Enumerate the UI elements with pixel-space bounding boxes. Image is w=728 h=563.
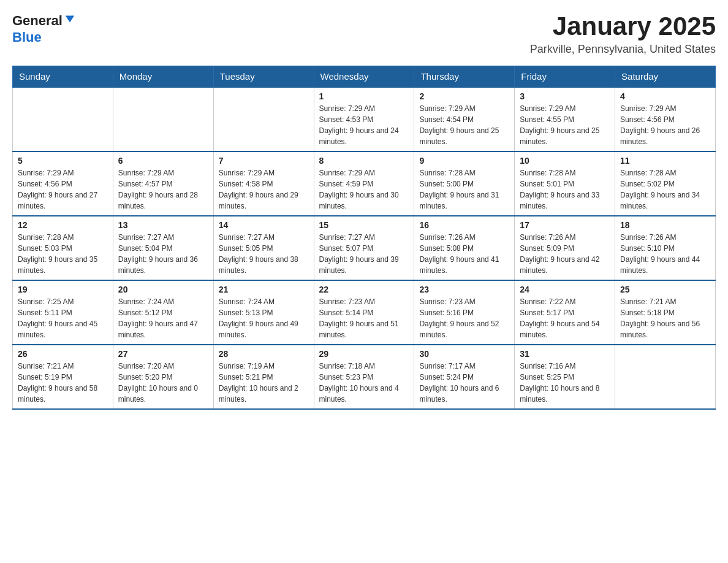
day-info: Sunrise: 7:29 AMSunset: 4:58 PMDaylight:… — [219, 167, 309, 212]
day-info: Sunrise: 7:21 AMSunset: 5:19 PMDaylight:… — [18, 361, 108, 405]
day-info: Sunrise: 7:25 AMSunset: 5:11 PMDaylight:… — [18, 296, 108, 340]
calendar-cell: 14Sunrise: 7:27 AMSunset: 5:05 PMDayligh… — [213, 216, 314, 280]
logo-general: General — [12, 12, 75, 29]
calendar-cell — [615, 345, 716, 409]
calendar-cell: 26Sunrise: 7:21 AMSunset: 5:19 PMDayligh… — [13, 345, 113, 409]
day-number: 10 — [520, 156, 610, 166]
day-number: 6 — [118, 156, 208, 166]
day-info: Sunrise: 7:29 AMSunset: 4:54 PMDaylight:… — [419, 103, 509, 147]
calendar-cell: 12Sunrise: 7:28 AMSunset: 5:03 PMDayligh… — [13, 216, 113, 280]
day-info: Sunrise: 7:19 AMSunset: 5:21 PMDaylight:… — [219, 361, 309, 405]
weekday-header-thursday: Thursday — [414, 66, 515, 88]
title-block: January 2025 Parkville, Pennsylvania, Un… — [530, 12, 716, 56]
calendar-week-row: 1Sunrise: 7:29 AMSunset: 4:53 PMDaylight… — [13, 87, 716, 151]
day-info: Sunrise: 7:28 AMSunset: 5:01 PMDaylight:… — [520, 167, 610, 212]
day-info: Sunrise: 7:26 AMSunset: 5:09 PMDaylight:… — [520, 232, 610, 276]
day-number: 29 — [319, 349, 409, 359]
day-info: Sunrise: 7:29 AMSunset: 4:56 PMDaylight:… — [620, 103, 710, 147]
day-info: Sunrise: 7:16 AMSunset: 5:25 PMDaylight:… — [520, 361, 610, 405]
day-number: 16 — [419, 220, 509, 230]
day-number: 2 — [419, 91, 509, 101]
calendar-cell: 22Sunrise: 7:23 AMSunset: 5:14 PMDayligh… — [314, 280, 414, 345]
svg-marker-0 — [66, 16, 74, 23]
day-number: 27 — [118, 349, 208, 359]
day-info: Sunrise: 7:29 AMSunset: 4:59 PMDaylight:… — [319, 167, 409, 212]
calendar-week-row: 12Sunrise: 7:28 AMSunset: 5:03 PMDayligh… — [13, 216, 716, 280]
calendar-header-row: SundayMondayTuesdayWednesdayThursdayFrid… — [13, 66, 716, 88]
day-info: Sunrise: 7:24 AMSunset: 5:12 PMDaylight:… — [118, 296, 208, 340]
day-number: 4 — [620, 91, 710, 101]
day-number: 8 — [319, 156, 409, 166]
day-info: Sunrise: 7:24 AMSunset: 5:13 PMDaylight:… — [219, 296, 309, 340]
day-number: 19 — [18, 285, 108, 294]
calendar-week-row: 19Sunrise: 7:25 AMSunset: 5:11 PMDayligh… — [13, 280, 716, 345]
calendar-cell: 15Sunrise: 7:27 AMSunset: 5:07 PMDayligh… — [314, 216, 414, 280]
day-info: Sunrise: 7:27 AMSunset: 5:05 PMDaylight:… — [219, 232, 309, 276]
day-number: 18 — [620, 220, 710, 230]
month-title: January 2025 — [530, 12, 716, 40]
weekday-header-tuesday: Tuesday — [213, 66, 314, 88]
day-info: Sunrise: 7:27 AMSunset: 5:04 PMDaylight:… — [118, 232, 208, 276]
calendar-cell: 10Sunrise: 7:28 AMSunset: 5:01 PMDayligh… — [515, 151, 615, 216]
logo-blue: Blue — [12, 29, 75, 45]
day-info: Sunrise: 7:22 AMSunset: 5:17 PMDaylight:… — [520, 296, 610, 340]
day-number: 31 — [520, 349, 610, 359]
calendar-cell: 23Sunrise: 7:23 AMSunset: 5:16 PMDayligh… — [414, 280, 515, 345]
day-info: Sunrise: 7:29 AMSunset: 4:56 PMDaylight:… — [18, 167, 108, 212]
day-number: 26 — [18, 349, 108, 359]
calendar-cell: 17Sunrise: 7:26 AMSunset: 5:09 PMDayligh… — [515, 216, 615, 280]
calendar-cell: 9Sunrise: 7:28 AMSunset: 5:00 PMDaylight… — [414, 151, 515, 216]
calendar-cell: 11Sunrise: 7:28 AMSunset: 5:02 PMDayligh… — [615, 151, 716, 216]
day-info: Sunrise: 7:23 AMSunset: 5:16 PMDaylight:… — [419, 296, 509, 340]
weekday-header-sunday: Sunday — [13, 66, 113, 88]
day-number: 14 — [219, 220, 309, 230]
logo-arrow-icon — [64, 12, 75, 28]
day-number: 13 — [118, 220, 208, 230]
day-number: 28 — [219, 349, 309, 359]
day-number: 11 — [620, 156, 710, 166]
day-info: Sunrise: 7:27 AMSunset: 5:07 PMDaylight:… — [319, 232, 409, 276]
calendar-cell: 2Sunrise: 7:29 AMSunset: 4:54 PMDaylight… — [414, 87, 515, 151]
day-info: Sunrise: 7:28 AMSunset: 5:02 PMDaylight:… — [620, 167, 710, 212]
day-number: 1 — [319, 91, 409, 101]
calendar-week-row: 26Sunrise: 7:21 AMSunset: 5:19 PMDayligh… — [13, 345, 716, 409]
calendar-cell: 4Sunrise: 7:29 AMSunset: 4:56 PMDaylight… — [615, 87, 716, 151]
day-info: Sunrise: 7:17 AMSunset: 5:24 PMDaylight:… — [419, 361, 509, 405]
day-info: Sunrise: 7:18 AMSunset: 5:23 PMDaylight:… — [319, 361, 409, 405]
calendar-cell: 8Sunrise: 7:29 AMSunset: 4:59 PMDaylight… — [314, 151, 414, 216]
day-number: 25 — [620, 285, 710, 294]
calendar-cell: 13Sunrise: 7:27 AMSunset: 5:04 PMDayligh… — [113, 216, 213, 280]
day-info: Sunrise: 7:29 AMSunset: 4:53 PMDaylight:… — [319, 103, 409, 147]
calendar-week-row: 5Sunrise: 7:29 AMSunset: 4:56 PMDaylight… — [13, 151, 716, 216]
calendar-cell — [13, 87, 113, 151]
weekday-header-friday: Friday — [515, 66, 615, 88]
day-info: Sunrise: 7:29 AMSunset: 4:55 PMDaylight:… — [520, 103, 610, 147]
day-number: 3 — [520, 91, 610, 101]
page-header: General Blue January 2025 Parkville, Pen… — [12, 12, 716, 56]
day-number: 23 — [419, 285, 509, 294]
calendar-cell — [213, 87, 314, 151]
day-number: 21 — [219, 285, 309, 294]
day-number: 20 — [118, 285, 208, 294]
day-info: Sunrise: 7:20 AMSunset: 5:20 PMDaylight:… — [118, 361, 208, 405]
calendar-cell: 29Sunrise: 7:18 AMSunset: 5:23 PMDayligh… — [314, 345, 414, 409]
calendar-cell: 30Sunrise: 7:17 AMSunset: 5:24 PMDayligh… — [414, 345, 515, 409]
day-info: Sunrise: 7:21 AMSunset: 5:18 PMDaylight:… — [620, 296, 710, 340]
day-info: Sunrise: 7:28 AMSunset: 5:03 PMDaylight:… — [18, 232, 108, 276]
calendar-cell: 20Sunrise: 7:24 AMSunset: 5:12 PMDayligh… — [113, 280, 213, 345]
day-number: 5 — [18, 156, 108, 166]
calendar-cell: 1Sunrise: 7:29 AMSunset: 4:53 PMDaylight… — [314, 87, 414, 151]
weekday-header-monday: Monday — [113, 66, 213, 88]
weekday-header-saturday: Saturday — [615, 66, 716, 88]
logo: General Blue — [12, 12, 75, 45]
calendar-cell: 16Sunrise: 7:26 AMSunset: 5:08 PMDayligh… — [414, 216, 515, 280]
calendar-cell: 18Sunrise: 7:26 AMSunset: 5:10 PMDayligh… — [615, 216, 716, 280]
calendar-cell: 19Sunrise: 7:25 AMSunset: 5:11 PMDayligh… — [13, 280, 113, 345]
day-number: 15 — [319, 220, 409, 230]
calendar-cell: 21Sunrise: 7:24 AMSunset: 5:13 PMDayligh… — [213, 280, 314, 345]
calendar-cell: 27Sunrise: 7:20 AMSunset: 5:20 PMDayligh… — [113, 345, 213, 409]
calendar-cell: 24Sunrise: 7:22 AMSunset: 5:17 PMDayligh… — [515, 280, 615, 345]
calendar-cell: 31Sunrise: 7:16 AMSunset: 5:25 PMDayligh… — [515, 345, 615, 409]
day-number: 17 — [520, 220, 610, 230]
day-info: Sunrise: 7:23 AMSunset: 5:14 PMDaylight:… — [319, 296, 409, 340]
